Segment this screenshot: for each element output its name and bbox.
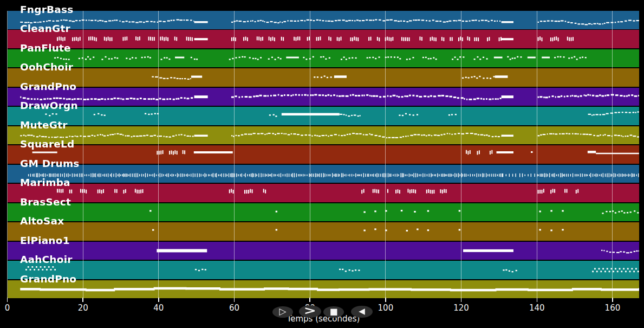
- track-label: OohChoir: [20, 61, 73, 73]
- play-icon: ▷: [279, 307, 286, 316]
- play-button[interactable]: ▷: [272, 306, 293, 318]
- rewind-button[interactable]: ◀: [351, 306, 373, 318]
- midi-player-window: FngrBassCleanGtrPanFluteOohChoirGrandPno…: [0, 0, 644, 328]
- track-label: GM Drums: [20, 158, 80, 170]
- track-label: GrandPno: [20, 81, 76, 93]
- track-label: ElPiano1: [20, 235, 70, 247]
- forward-icon: >: [304, 305, 316, 316]
- track-label: MuteGtr: [20, 119, 68, 131]
- track-label: BrasSect: [20, 196, 71, 208]
- track-label: FngrBass: [20, 4, 73, 16]
- track-label: Marimba: [20, 177, 70, 189]
- track-label: CleanGtr: [20, 23, 70, 35]
- track-label: AltoSax: [20, 215, 64, 227]
- track-label: GrandPno: [20, 273, 76, 285]
- rewind-icon: ◀: [359, 307, 365, 316]
- notes-layer: [0, 0, 644, 328]
- stop-icon: ■: [329, 307, 337, 316]
- track-label: DrawOrgn: [20, 100, 78, 112]
- track-label: AahChoir: [20, 254, 73, 266]
- forward-button[interactable]: >: [299, 305, 321, 318]
- track-label: SquareLd: [20, 138, 75, 150]
- track-label: PanFlute: [20, 42, 71, 54]
- stop-button[interactable]: ■: [323, 306, 344, 318]
